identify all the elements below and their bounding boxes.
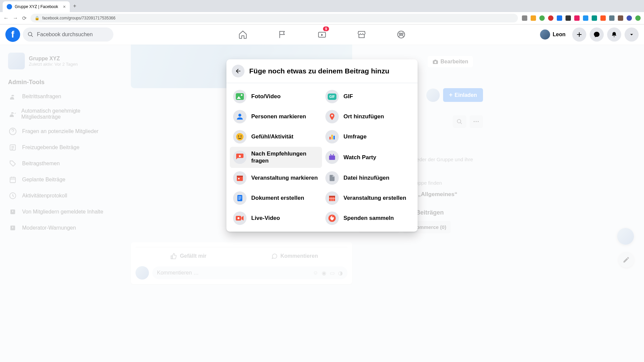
extension-icon[interactable] (522, 15, 527, 21)
create-event-icon (325, 191, 339, 205)
notifications-button[interactable] (607, 27, 621, 42)
option-tag-people[interactable]: Personen markieren (230, 107, 322, 127)
facebook-header: f Facebook durchsuchen 9 Leon (0, 24, 644, 45)
extension-icon[interactable] (548, 15, 553, 21)
svg-point-11 (240, 135, 241, 136)
groups-icon (396, 30, 406, 39)
recommendations-icon (233, 150, 247, 164)
extension-icon[interactable] (539, 15, 545, 21)
extension-icon[interactable] (531, 15, 536, 21)
option-tag-event[interactable]: Veranstaltung markieren (230, 168, 322, 188)
facebook-logo[interactable]: f (5, 27, 20, 42)
modal-header: Füge noch etwas zu deinem Beitrag hinzu (226, 59, 418, 83)
extension-icon[interactable] (583, 15, 588, 21)
gif-icon: GIF (325, 90, 339, 103)
create-button[interactable] (572, 27, 586, 42)
extension-icon[interactable] (635, 15, 641, 21)
option-label: Foto/Video (251, 93, 281, 100)
url-bar-row: ← → ⟳ 🔒 facebook.com/groups/732091717535… (0, 12, 644, 24)
svg-rect-16 (237, 176, 243, 177)
profile-chip[interactable]: Leon (539, 28, 569, 41)
user-name: Leon (553, 32, 566, 38)
home-icon (238, 30, 248, 39)
option-label: Veranstaltung markieren (251, 174, 318, 181)
url-input[interactable]: 🔒 facebook.com/groups/732091717535366 (31, 14, 518, 22)
extension-icon[interactable] (618, 15, 623, 21)
option-label: GIF (343, 93, 353, 100)
option-label: Nach Empfehlungen fragen (251, 150, 319, 165)
option-label: Personen markieren (251, 113, 306, 120)
option-fundraiser[interactable]: Spenden sammeln (322, 208, 414, 228)
flag-icon (278, 30, 287, 39)
svg-rect-19 (238, 196, 241, 197)
svg-rect-14 (333, 136, 335, 139)
arrow-left-icon (235, 68, 241, 74)
forward-arrow-icon[interactable]: → (13, 15, 18, 21)
search-input[interactable]: Facebook durchsuchen (23, 27, 113, 42)
new-tab-button[interactable]: + (70, 3, 79, 9)
tab-title: Gruppe XYZ | Facebook (15, 4, 58, 9)
watch-icon (317, 30, 327, 39)
nav-marketplace[interactable] (343, 25, 380, 44)
account-menu-button[interactable] (625, 27, 639, 42)
nav-pages[interactable] (264, 25, 301, 44)
poll-icon (325, 130, 339, 143)
svg-rect-20 (238, 198, 241, 198)
nav-groups[interactable] (383, 25, 420, 44)
option-create-event[interactable]: Veranstaltung erstellen (322, 188, 414, 208)
option-location[interactable]: Ort hinzufügen (322, 107, 414, 127)
page: f Facebook durchsuchen 9 Leon (0, 24, 644, 362)
facebook-favicon (7, 4, 12, 9)
nav-watch[interactable]: 9 (304, 25, 340, 44)
extension-icon[interactable] (592, 15, 597, 21)
svg-point-1 (398, 31, 405, 38)
option-create-doc[interactable]: Dokument erstellen (230, 188, 322, 208)
browser-tab[interactable]: Gruppe XYZ | Facebook × (3, 1, 70, 12)
option-add-file[interactable]: Datei hinzufügen (322, 168, 414, 188)
extension-icon[interactable] (609, 15, 614, 21)
extension-icon[interactable] (574, 15, 580, 21)
option-watch-party[interactable]: Watch Party (322, 147, 414, 168)
close-tab-icon[interactable]: × (63, 4, 66, 9)
browser-chrome: Gruppe XYZ | Facebook × + ← → ⟳ 🔒 facebo… (0, 0, 644, 24)
modal-title: Füge noch etwas zu deinem Beitrag hinzu (249, 67, 389, 75)
back-arrow-icon[interactable]: ← (3, 15, 9, 21)
url-text: facebook.com/groups/732091717535366 (42, 16, 115, 20)
bell-icon (611, 31, 618, 38)
plus-icon (576, 31, 583, 38)
extension-icon[interactable] (557, 15, 562, 21)
feeling-icon (233, 130, 247, 143)
option-poll[interactable]: Umfrage (322, 127, 414, 147)
extension-icon[interactable] (627, 15, 632, 21)
options-grid: Foto/VideoGIFGIFPersonen markierenOrt hi… (226, 83, 418, 232)
extension-icons (522, 15, 641, 21)
extension-icon[interactable] (566, 15, 571, 21)
tab-bar: Gruppe XYZ | Facebook × + (0, 0, 644, 12)
messenger-icon (593, 31, 600, 38)
svg-point-2 (399, 33, 401, 35)
svg-rect-12 (329, 137, 331, 139)
option-gif[interactable]: GIFGIF (322, 86, 414, 107)
nav-home[interactable] (224, 25, 261, 44)
reload-icon[interactable]: ⟳ (22, 15, 26, 21)
extension-icon[interactable] (600, 15, 606, 21)
option-label: Gefühl/Aktivität (251, 133, 293, 140)
add-file-icon (325, 171, 339, 185)
option-live-video[interactable]: Live-Video (230, 208, 322, 228)
header-right: Leon (539, 27, 639, 42)
option-recommendations[interactable]: Nach Empfehlungen fragen (230, 147, 322, 168)
svg-point-9 (236, 133, 244, 140)
option-label: Datei hinzufügen (343, 174, 389, 181)
option-photo-video[interactable]: Foto/Video (230, 86, 322, 107)
lock-icon: 🔒 (35, 16, 40, 20)
option-feeling[interactable]: Gefühl/Aktivität (230, 127, 322, 147)
svg-rect-17 (238, 178, 239, 179)
tag-event-icon (233, 171, 247, 185)
option-label: Spenden sammeln (343, 215, 394, 222)
live-video-icon (233, 212, 247, 225)
add-to-post-modal: Füge noch etwas zu deinem Beitrag hinzu … (226, 59, 418, 232)
option-label: Umfrage (343, 133, 367, 140)
svg-point-3 (401, 33, 403, 35)
back-button[interactable] (232, 65, 245, 77)
messenger-button[interactable] (590, 27, 604, 42)
